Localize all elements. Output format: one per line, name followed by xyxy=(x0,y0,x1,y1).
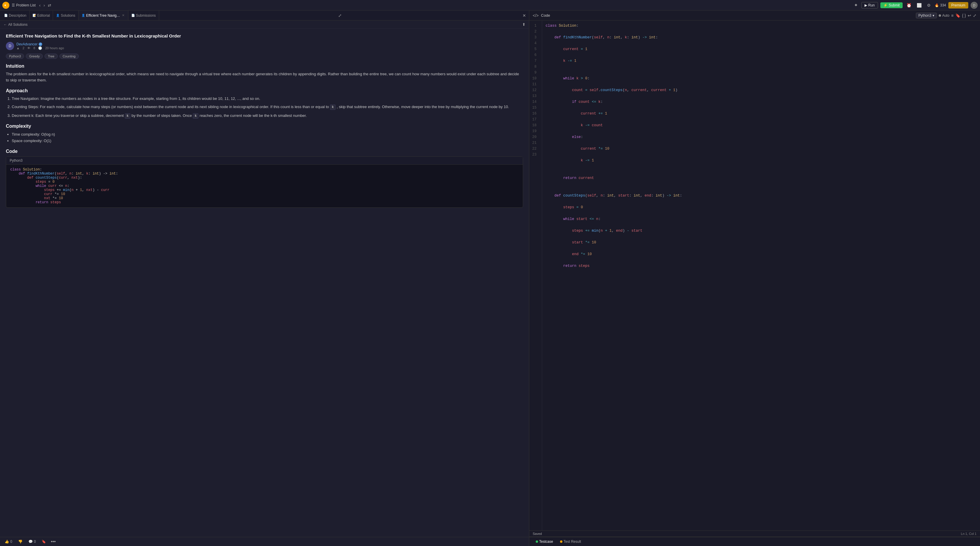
author-name[interactable]: DevAdvancer ✓ xyxy=(16,42,64,46)
person-icon: 👤 xyxy=(56,14,59,17)
avatar[interactable]: D xyxy=(970,2,978,9)
shuffle-btn[interactable]: ⇄ xyxy=(46,2,52,8)
thumbs-down-icon: 👎 xyxy=(18,540,22,544)
hamburger-icon: ☰ xyxy=(12,3,15,7)
author-meta: ▲ 2 👁 8 🕒 20 hours ago xyxy=(16,46,64,50)
circle-icon xyxy=(939,14,941,17)
undo-btn[interactable]: ↩ xyxy=(968,13,971,18)
alarm-btn[interactable]: ⏰ xyxy=(905,2,913,8)
tag-greedy[interactable]: Greedy xyxy=(26,54,43,59)
bottom-tabs: Testcase Test Result xyxy=(529,536,980,546)
line-numbers: 1 2 3 4 5 6 7 8 9 10 11 12 13 14 15 16 1… xyxy=(529,21,542,530)
testcase-dot xyxy=(536,540,538,543)
approach-item-3: Decrement k: Each time you traverse or s… xyxy=(12,113,523,119)
tab-solutions[interactable]: 👤 Solutions xyxy=(53,11,78,21)
wrap-btn[interactable]: { } xyxy=(962,13,966,18)
comment-icon: 💬 xyxy=(29,540,33,544)
k-code-3: k xyxy=(193,113,199,119)
intuition-heading: Intuition xyxy=(6,63,523,69)
check-icon: ⚡ xyxy=(883,3,888,7)
code-brackets-icon: </> xyxy=(533,13,539,18)
downvote-btn[interactable]: 👎 xyxy=(17,539,24,544)
fire-icon: 🔥 xyxy=(935,3,939,7)
ai-btn[interactable]: ✦ xyxy=(853,2,859,8)
bookmark-code-btn[interactable]: 🔖 xyxy=(955,13,960,18)
comment-btn[interactable]: 💬 0 xyxy=(27,539,37,544)
back-link[interactable]: ← All Solutions xyxy=(3,22,27,27)
tabs-bar: 📄 Description 📝 Editorial 👤 Solutions 👤 … xyxy=(0,11,529,21)
premium-button[interactable]: Premium xyxy=(948,2,968,8)
lang-selector[interactable]: Python3 ▾ xyxy=(916,13,937,19)
upvote-icon: ▲ xyxy=(16,46,20,50)
edit-icon: 📝 xyxy=(33,14,36,17)
testresult-dot xyxy=(560,540,562,543)
tab-editorial[interactable]: 📝 Editorial xyxy=(30,11,53,21)
submit-button[interactable]: ⚡ Submit xyxy=(880,2,903,8)
upvote-btn[interactable]: 👍 0 xyxy=(3,539,13,544)
editor-status-bar: Saved Ln 1, Col 1 xyxy=(529,530,980,536)
code-block-header: Python3 xyxy=(6,157,523,165)
tag-python3[interactable]: Python3 xyxy=(6,54,24,59)
bookmark-btn[interactable]: 🔖 xyxy=(40,539,47,544)
author-row: D DevAdvancer ✓ ▲ 2 👁 8 🕒 20 hours ago xyxy=(6,42,523,50)
nav-arrows: ‹ › ⇄ xyxy=(38,2,52,8)
more-btn[interactable]: ••• xyxy=(51,539,56,544)
right-top-bar: </> Code Python3 ▾ Auto ≡ 🔖 { } ↩ ⤢ xyxy=(529,11,980,21)
solution-title: Efficient Tree Navigation to Find the K-… xyxy=(6,33,523,38)
code-block: Python3 class Solution: def findKthNumbe… xyxy=(6,156,523,208)
code-editor[interactable]: 1 2 3 4 5 6 7 8 9 10 11 12 13 14 15 16 1… xyxy=(529,21,980,530)
format-btn[interactable]: ≡ xyxy=(951,13,954,18)
tab-submissions[interactable]: 📄 Submissions xyxy=(128,11,159,21)
doc-icon-2: 📄 xyxy=(131,14,135,17)
run-button[interactable]: ▶ Run xyxy=(861,2,878,8)
tags-row: Python3 Greedy Tree Counting xyxy=(6,54,523,59)
auto-toggle[interactable]: Auto xyxy=(939,13,950,17)
left-panel: 📄 Description 📝 Editorial 👤 Solutions 👤 … xyxy=(0,11,529,546)
intuition-text: The problem asks for the k-th smallest n… xyxy=(6,71,523,84)
code-content[interactable]: class Solution: def findKthNumber(self, … xyxy=(542,21,980,530)
problem-list-nav[interactable]: ☰ Problem List xyxy=(12,3,36,7)
tab-description[interactable]: 📄 Description xyxy=(1,11,30,21)
tab-testcase[interactable]: Testcase xyxy=(533,537,556,546)
approach-item-2: Counting Steps: For each node, calculate… xyxy=(12,104,523,110)
code-block-body[interactable]: class Solution: def findKthNumber(self, … xyxy=(6,165,523,207)
approach-heading: Approach xyxy=(6,88,523,94)
time-complexity: Time complexity: O(log n) xyxy=(12,131,523,138)
collapse-left-btn[interactable]: ✕ xyxy=(521,13,528,18)
complexity-list: Time complexity: O(log n) Space complexi… xyxy=(6,131,523,144)
tab-testresult[interactable]: Test Result xyxy=(557,537,584,546)
settings-btn[interactable]: ⚙ xyxy=(926,2,932,8)
share-btn[interactable]: ⬆ xyxy=(522,22,525,27)
expand-left-btn[interactable]: ⤢ xyxy=(336,13,344,18)
clock-icon: 🕒 xyxy=(38,46,42,50)
chevron-down-icon: ▾ xyxy=(932,13,934,17)
tab-efficient-tree[interactable]: 👤 Efficient Tree Navig… ✕ xyxy=(78,11,128,21)
person-icon-2: 👤 xyxy=(81,14,85,17)
main-layout: 📄 Description 📝 Editorial 👤 Solutions 👤 … xyxy=(0,11,980,546)
tag-counting[interactable]: Counting xyxy=(59,54,79,59)
close-tab-btn[interactable]: ✕ xyxy=(121,13,125,17)
logo[interactable] xyxy=(2,2,10,9)
right-top-actions: Python3 ▾ Auto ≡ 🔖 { } ↩ ⤢ xyxy=(916,13,977,19)
expand-right-btn[interactable]: ⤢ xyxy=(973,13,977,18)
right-panel-title: Code xyxy=(541,13,550,17)
thumbs-up-icon: 👍 xyxy=(5,540,9,544)
coins-display: 🔥 334 xyxy=(935,3,946,7)
layout-btn[interactable]: ⬜ xyxy=(915,2,923,8)
doc-icon: 📄 xyxy=(4,14,8,17)
k-code-2: k xyxy=(125,113,130,119)
prev-problem-btn[interactable]: ‹ xyxy=(38,2,42,8)
space-complexity: Space complexity: O(1) xyxy=(12,138,523,144)
approach-item-1: Tree Navigation: Imagine the numbers as … xyxy=(12,96,523,102)
next-problem-btn[interactable]: › xyxy=(42,2,46,8)
bookmark-icon: 🔖 xyxy=(41,540,46,544)
verified-badge: ✓ xyxy=(39,43,42,46)
tag-tree[interactable]: Tree xyxy=(45,54,57,59)
author-avatar: D xyxy=(6,42,14,50)
k-code-1: k xyxy=(330,105,336,110)
content-area: Efficient Tree Navigation to Find the K-… xyxy=(0,29,529,537)
approach-list: Tree Navigation: Imagine the numbers as … xyxy=(6,96,523,119)
view-icon: 👁 xyxy=(27,46,30,50)
cursor-position: Ln 1, Col 1 xyxy=(961,532,977,535)
sub-header: ← All Solutions ⬆ xyxy=(0,21,529,29)
